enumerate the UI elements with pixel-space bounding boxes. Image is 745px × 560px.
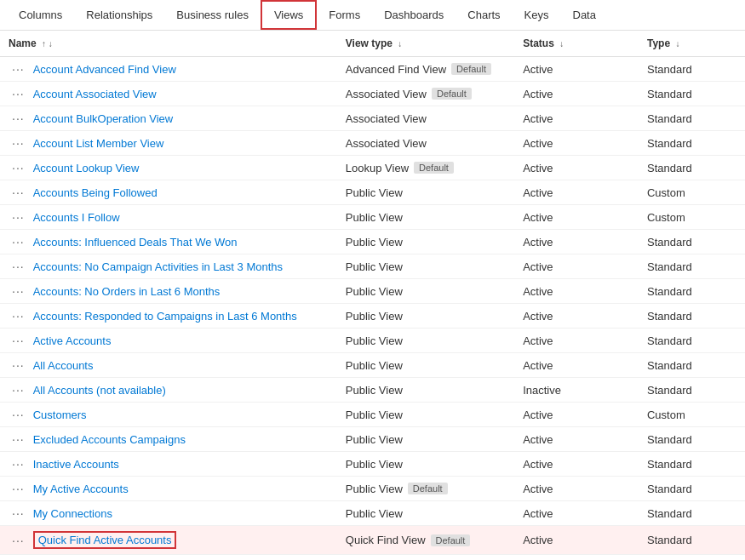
view-name-link[interactable]: Excluded Accounts Campaigns [33,433,186,446]
more-options-button[interactable]: ··· [9,111,28,125]
type-cell: Standard [639,427,745,452]
column-header-type[interactable]: Type ↓ [639,31,745,57]
tab-relationships[interactable]: Relationships [74,0,164,30]
view-type-text: Public View [346,384,403,397]
status-value: Active [523,458,553,471]
view-name-link[interactable]: Inactive Accounts [33,458,119,471]
more-options-button[interactable]: ··· [9,482,28,495]
more-options-button[interactable]: ··· [9,210,28,224]
tab-data[interactable]: Data [561,0,608,30]
column-header-name[interactable]: Name ↑ ↓ [0,31,337,57]
more-options-button[interactable]: ··· [9,161,28,174]
more-options-button[interactable]: ··· [9,506,28,520]
view-name-link[interactable]: Account BulkOperation View [33,112,174,125]
view-type-cell: Public View [337,205,514,230]
table-row: ···Accounts: No Orders in Last 6 MonthsP… [0,279,745,304]
view-name-link[interactable]: Account Advanced Find View [33,63,176,76]
view-name-link[interactable]: Customers [33,409,87,421]
view-type-text: Public View [346,507,403,520]
more-options-button[interactable]: ··· [9,136,28,150]
tab-forms[interactable]: Forms [317,0,372,30]
type-cell: Standard [639,156,745,180]
view-name-link[interactable]: Accounts: No Campaign Activities in Last… [33,260,283,273]
table-row: ···Excluded Accounts CampaignsPublic Vie… [0,427,745,452]
table-row: ···Account Lookup ViewLookup ViewDefault… [0,156,745,180]
tab-columns[interactable]: Columns [7,0,74,30]
default-badge: Default [414,162,454,174]
more-options-button[interactable]: ··· [9,408,28,421]
status-value: Active [523,359,553,372]
view-type-cell: Public View [337,427,514,452]
more-options-button[interactable]: ··· [9,358,28,372]
column-header-viewtype[interactable]: View type ↓ [337,31,514,57]
more-options-button[interactable]: ··· [9,334,28,347]
view-type-text: Public View [346,334,403,347]
view-name-link[interactable]: Quick Find Active Accounts [33,531,177,549]
view-type-cell: Associated ViewDefault [337,82,514,106]
type-value: Standard [647,63,692,76]
view-type-cell: Public View [337,254,514,279]
view-name-link[interactable]: Accounts I Follow [33,211,120,224]
view-name-link[interactable]: Account Lookup View [33,162,140,174]
type-value: Standard [647,433,692,446]
more-options-button[interactable]: ··· [9,186,28,199]
status-value: Inactive [523,384,561,397]
table-row: ···Accounts: Responded to Campaigns in L… [0,304,745,329]
view-name-link[interactable]: Accounts: Responded to Campaigns in Last… [33,310,297,323]
tab-charts[interactable]: Charts [456,0,512,30]
more-options-button[interactable]: ··· [9,534,28,547]
column-header-status[interactable]: Status ↓ [514,31,639,57]
tab-keys[interactable]: Keys [513,0,561,30]
view-name-link[interactable]: Accounts: Influenced Deals That We Won [33,236,238,249]
type-cell: Standard [639,279,745,304]
status-cell: Active [514,501,639,526]
tab-views[interactable]: Views [261,0,317,30]
view-name-link[interactable]: Accounts: No Orders in Last 6 Months [33,285,221,298]
more-options-button[interactable]: ··· [9,235,28,249]
more-options-button[interactable]: ··· [9,260,28,273]
status-value: Active [523,409,553,421]
more-options-button[interactable]: ··· [9,432,28,446]
name-sort-icon: ↑ ↓ [42,39,53,49]
name-cell: ···Account List Member View [0,131,337,156]
type-value: Standard [647,137,692,150]
view-type-cell: Public View [337,353,514,378]
type-sort-icon: ↓ [675,39,679,49]
view-name-link[interactable]: All Accounts [33,359,94,372]
status-cell: Active [514,427,639,452]
table-row: ···My Active AccountsPublic ViewDefaultA… [0,477,745,501]
more-options-button[interactable]: ··· [9,457,28,471]
name-cell: ···Accounts: Influenced Deals That We Wo… [0,230,337,254]
status-cell: Active [514,329,639,353]
more-options-button[interactable]: ··· [9,87,28,100]
status-cell: Active [514,82,639,106]
more-options-button[interactable]: ··· [9,62,28,76]
views-table: Name ↑ ↓ View type ↓ Status ↓ Type ↓ ···… [0,31,745,560]
view-name-link[interactable]: Account List Member View [33,137,164,150]
status-cell: Active [514,555,639,561]
name-cell: ···Accounts: Responded to Campaigns in L… [0,304,337,329]
view-name-link[interactable]: My Connections [33,507,112,520]
view-name-link[interactable]: Active Accounts [33,334,112,347]
more-options-button[interactable]: ··· [9,309,28,323]
tab-business-rules[interactable]: Business rules [164,0,261,30]
name-cell: ···Account Associated View [0,82,337,106]
default-badge: Default [431,534,471,546]
view-name-link[interactable]: All Accounts (not available) [33,384,166,397]
status-value: Active [523,334,553,347]
more-options-button[interactable]: ··· [9,284,28,298]
type-cell: Standard [639,57,745,82]
table-row: ···My ConnectionsPublic ViewActiveStanda… [0,501,745,526]
status-cell: Active [514,279,639,304]
more-options-button[interactable]: ··· [9,383,28,397]
name-cell: ···Account Advanced Find View [0,57,337,82]
view-name-link[interactable]: My Active Accounts [33,483,129,495]
view-name-link[interactable]: Accounts Being Followed [33,186,158,199]
view-type-text: Public View [346,236,403,249]
tab-dashboards[interactable]: Dashboards [372,0,456,30]
view-type-cell: Advanced Find ViewDefault [337,57,514,82]
status-value: Active [523,534,553,546]
type-cell: Standard [639,501,745,526]
view-type-cell: Public View [337,230,514,254]
view-name-link[interactable]: Account Associated View [33,88,157,100]
